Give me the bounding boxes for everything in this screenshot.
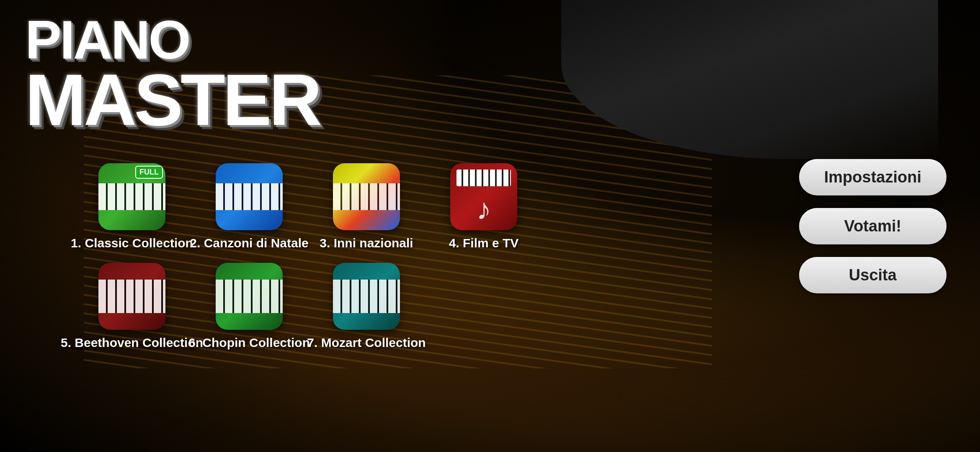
collections-row-2: 5. Beethoven Collection 6. Chopin Collec… xyxy=(84,263,532,350)
collections-grid: 1. Classic Collection 2. Canzoni di Nata… xyxy=(84,163,532,350)
collection-chopin[interactable]: 6. Chopin Collection xyxy=(201,263,297,350)
collection-chopin-label: 6. Chopin Collection xyxy=(188,336,310,350)
collection-classic-icon xyxy=(98,163,165,230)
collection-inni-icon xyxy=(333,163,400,230)
collection-beethoven-icon xyxy=(98,263,165,330)
collection-natale-icon xyxy=(216,163,283,230)
action-buttons: Impostazioni Votami! Uscita xyxy=(799,159,946,293)
collection-film[interactable]: 4. Film e TV xyxy=(436,163,532,250)
collection-mozart[interactable]: 7. Mozart Collection xyxy=(318,263,415,350)
collection-natale-label: 2. Canzoni di Natale xyxy=(190,236,308,250)
vote-button[interactable]: Votami! xyxy=(799,208,946,244)
collection-classic[interactable]: 1. Classic Collection xyxy=(84,163,180,250)
app-logo: PIANO MASTER xyxy=(25,13,320,133)
collection-mozart-icon xyxy=(333,263,400,330)
collection-beethoven[interactable]: 5. Beethoven Collection xyxy=(84,263,180,350)
exit-button[interactable]: Uscita xyxy=(799,257,946,293)
collections-row-1: 1. Classic Collection 2. Canzoni di Nata… xyxy=(84,163,532,250)
collection-beethoven-label: 5. Beethoven Collection xyxy=(61,336,203,350)
logo-master-text: MASTER xyxy=(25,67,320,133)
settings-button[interactable]: Impostazioni xyxy=(799,159,946,195)
main-content: PIANO MASTER 1. Classic Collection 2. Ca… xyxy=(0,0,980,452)
collection-mozart-label: 7. Mozart Collection xyxy=(307,336,426,350)
collection-chopin-icon xyxy=(216,263,283,330)
collection-classic-label: 1. Classic Collection xyxy=(71,236,193,250)
collection-natale[interactable]: 2. Canzoni di Natale xyxy=(201,163,297,250)
collection-film-label: 4. Film e TV xyxy=(449,236,519,250)
collection-film-icon xyxy=(450,163,517,230)
collection-inni-label: 3. Inni nazionali xyxy=(320,236,413,250)
collection-inni[interactable]: 3. Inni nazionali xyxy=(318,163,415,250)
